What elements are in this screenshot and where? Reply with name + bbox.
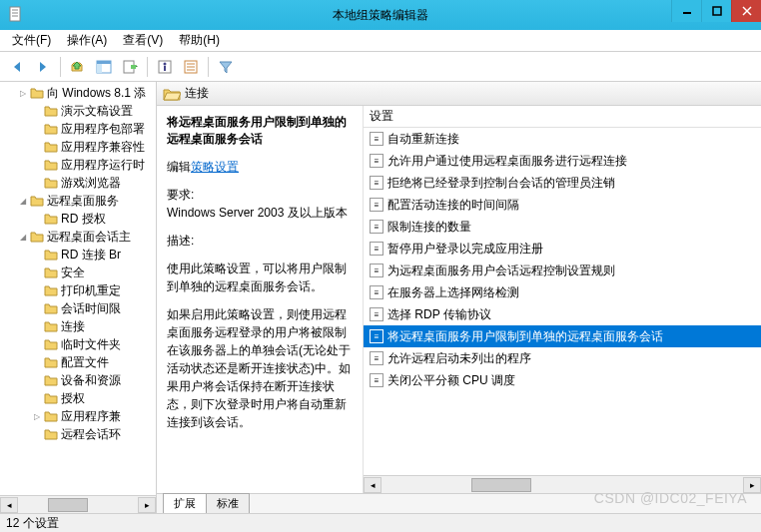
tree-item[interactable]: 游戏浏览器 <box>0 174 156 192</box>
list-item[interactable]: ≡暂停用户登录以完成应用注册 <box>364 238 761 260</box>
maximize-button[interactable] <box>701 0 731 22</box>
tree-item[interactable]: 应用程序兼容性 <box>0 138 156 156</box>
expand-icon[interactable] <box>32 285 42 295</box>
setting-icon: ≡ <box>370 307 383 321</box>
scroll-right-button[interactable]: ▸ <box>743 477 761 493</box>
tree-item[interactable]: ▷应用程序兼 <box>0 407 156 425</box>
expand-icon[interactable] <box>32 357 42 367</box>
tab-extended[interactable]: 扩展 <box>163 493 207 513</box>
list-item-label: 为远程桌面服务用户会话远程控制设置规则 <box>387 263 615 279</box>
list-item[interactable]: ≡关闭公平分额 CPU 调度 <box>364 369 761 391</box>
menu-view[interactable]: 查看(V) <box>115 30 171 51</box>
expand-icon[interactable] <box>32 375 42 385</box>
scroll-track[interactable] <box>18 497 138 513</box>
tree-item[interactable]: 会话时间限 <box>0 299 156 317</box>
expand-icon[interactable] <box>32 178 42 188</box>
refresh-button[interactable] <box>180 56 202 78</box>
expand-icon[interactable]: ▷ <box>32 411 42 421</box>
expand-icon[interactable] <box>32 124 42 134</box>
list-item-label: 选择 RDP 传输协议 <box>387 306 491 323</box>
tree-item[interactable]: 配置文件 <box>0 353 156 371</box>
close-button[interactable] <box>731 0 761 22</box>
tree-item[interactable]: 打印机重定 <box>0 281 156 299</box>
detail-pane: 将远程桌面服务用户限制到单独的远程桌面服务会话 编辑策略设置 要求:Window… <box>157 106 364 493</box>
scroll-right-button[interactable]: ▸ <box>138 497 156 513</box>
expand-icon[interactable] <box>32 339 42 349</box>
tabs-row: 扩展 标准 <box>157 493 761 513</box>
list-hscroll[interactable]: ◂ ▸ <box>364 475 761 493</box>
titlebar: 本地组策略编辑器 <box>0 0 761 30</box>
expand-icon[interactable] <box>32 267 42 277</box>
svg-rect-14 <box>164 66 166 71</box>
expand-icon[interactable]: ▷ <box>18 88 28 98</box>
tree-item[interactable]: ◢远程桌面服务 <box>0 192 156 210</box>
tree-item[interactable]: 授权 <box>0 389 156 407</box>
filter-button[interactable] <box>215 56 237 78</box>
export-button[interactable] <box>119 56 141 78</box>
tree-hscroll[interactable]: ◂ ▸ <box>0 495 156 513</box>
list-item-label: 允许用户通过使用远程桌面服务进行远程连接 <box>387 153 627 170</box>
tree-item[interactable]: RD 授权 <box>0 210 156 228</box>
expand-icon[interactable] <box>32 429 42 439</box>
list-item[interactable]: ≡将远程桌面服务用户限制到单独的远程桌面服务会话 <box>364 325 761 347</box>
expand-icon[interactable] <box>32 303 42 313</box>
list-body[interactable]: ≡自动重新连接≡允许用户通过使用远程桌面服务进行远程连接≡拒绝将已经登录到控制台… <box>364 128 761 475</box>
properties-button[interactable] <box>154 56 176 78</box>
back-button[interactable] <box>6 56 28 78</box>
setting-icon: ≡ <box>370 329 383 343</box>
minimize-button[interactable] <box>671 0 701 22</box>
expand-icon[interactable]: ◢ <box>18 232 28 242</box>
menu-file[interactable]: 文件(F) <box>4 30 59 51</box>
show-hide-tree-button[interactable] <box>93 56 115 78</box>
list-item[interactable]: ≡允许用户通过使用远程桌面服务进行远程连接 <box>364 150 761 172</box>
svg-rect-10 <box>97 64 102 73</box>
expand-icon[interactable] <box>32 160 42 170</box>
expand-icon[interactable] <box>32 321 42 331</box>
policy-settings-link[interactable]: 策略设置 <box>191 160 239 174</box>
expand-icon[interactable] <box>32 106 42 116</box>
up-button[interactable] <box>67 56 89 78</box>
expand-icon[interactable] <box>32 214 42 224</box>
tree-item[interactable]: ◢远程桌面会话主 <box>0 228 156 246</box>
list-item[interactable]: ≡允许远程启动未列出的程序 <box>364 347 761 369</box>
list-item[interactable]: ≡配置活动连接的时间间隔 <box>364 194 761 216</box>
tree-item[interactable]: 远程会话环 <box>0 425 156 443</box>
tree-item[interactable]: 设备和资源 <box>0 371 156 389</box>
forward-button[interactable] <box>32 56 54 78</box>
tree-label: 会话时间限 <box>61 300 121 317</box>
tree-item[interactable]: RD 连接 Br <box>0 246 156 264</box>
tree-item[interactable]: 连接 <box>0 317 156 335</box>
tree-item[interactable]: ▷向 Windows 8.1 添 <box>0 84 156 102</box>
app-icon <box>8 6 24 22</box>
detail-req: 要求:Windows Server 2003 及以上版本 <box>167 186 353 222</box>
list-item-label: 配置活动连接的时间间隔 <box>387 197 519 214</box>
list-item[interactable]: ≡自动重新连接 <box>364 128 761 150</box>
list-header[interactable]: 设置 <box>364 106 761 128</box>
list-item[interactable]: ≡在服务器上选择网络检测 <box>364 281 761 303</box>
menu-action[interactable]: 操作(A) <box>59 30 115 51</box>
tree-item[interactable]: 临时文件夹 <box>0 335 156 353</box>
scroll-thumb[interactable] <box>48 498 88 512</box>
list-item[interactable]: ≡为远程桌面服务用户会话远程控制设置规则 <box>364 260 761 281</box>
tree-label: 打印机重定 <box>61 282 121 299</box>
list-item[interactable]: ≡选择 RDP 传输协议 <box>364 303 761 325</box>
scroll-track[interactable] <box>381 477 743 493</box>
list-item[interactable]: ≡限制连接的数量 <box>364 216 761 238</box>
list-item-label: 在服务器上选择网络检测 <box>387 284 519 301</box>
tree-item[interactable]: 安全 <box>0 264 156 281</box>
scroll-thumb[interactable] <box>471 478 531 492</box>
tree-item[interactable]: 应用程序运行时 <box>0 156 156 174</box>
list-item[interactable]: ≡拒绝将已经登录到控制台会话的管理员注销 <box>364 172 761 194</box>
scroll-left-button[interactable]: ◂ <box>0 497 18 513</box>
tab-standard[interactable]: 标准 <box>206 493 250 513</box>
tree-item[interactable]: 应用程序包部署 <box>0 120 156 138</box>
scroll-left-button[interactable]: ◂ <box>364 477 381 493</box>
expand-icon[interactable] <box>32 142 42 152</box>
expand-icon[interactable]: ◢ <box>18 196 28 206</box>
tree-item[interactable]: 演示文稿设置 <box>0 102 156 120</box>
folder-open-icon <box>163 87 181 101</box>
menu-help[interactable]: 帮助(H) <box>171 30 228 51</box>
expand-icon[interactable] <box>32 393 42 403</box>
tree[interactable]: ▷向 Windows 8.1 添演示文稿设置应用程序包部署应用程序兼容性应用程序… <box>0 82 156 495</box>
expand-icon[interactable] <box>32 250 42 260</box>
